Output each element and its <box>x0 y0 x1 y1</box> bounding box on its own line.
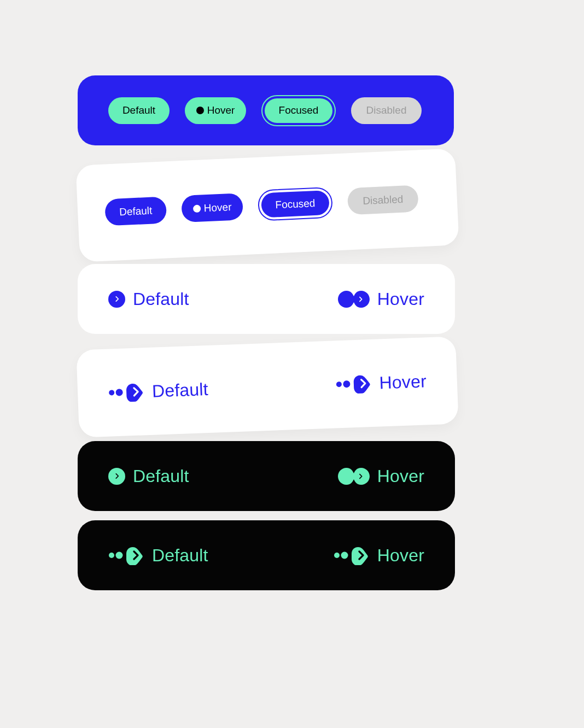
pill-row: Default Hover Focused Disabled <box>78 75 454 145</box>
blob-chevron-icon <box>338 468 370 485</box>
svg-point-3 <box>343 380 350 388</box>
default-link[interactable]: Default <box>108 289 189 309</box>
dots-arrow-icon <box>335 373 372 394</box>
panel-white-blue-arrow-links: Default Hover <box>78 264 455 334</box>
link-row: Default Hover <box>78 264 455 334</box>
hover-link[interactable]: Hover <box>338 289 424 309</box>
svg-point-7 <box>341 552 348 559</box>
focus-ring: Focused <box>258 187 333 221</box>
panel-white-blue-pills: Default Hover Focused Disabled <box>75 148 459 262</box>
link-label: Default <box>133 289 189 309</box>
default-link[interactable]: Default <box>108 545 208 566</box>
button-label: Default <box>119 204 153 218</box>
svg-point-5 <box>116 552 123 559</box>
link-label: Hover <box>377 545 424 566</box>
chevron-right-icon <box>108 291 125 308</box>
link-label: Hover <box>377 466 424 486</box>
default-button[interactable]: Default <box>108 97 170 124</box>
dots-arrow-icon <box>108 545 144 565</box>
svg-point-6 <box>334 553 340 558</box>
link-label: Default <box>133 466 189 486</box>
button-label: Hover <box>207 104 235 116</box>
hover-link[interactable]: Hover <box>334 545 424 566</box>
link-row: Default Hover <box>78 441 455 511</box>
panel-black-mint-arrow-links: Default Hover <box>78 441 455 511</box>
link-label: Hover <box>379 371 427 393</box>
svg-point-2 <box>336 381 342 387</box>
dot-icon <box>196 107 204 114</box>
link-row: Default Hover <box>78 520 455 590</box>
panel-white-blue-dots-links: Default Hover <box>76 336 458 437</box>
hover-link[interactable]: Hover <box>335 371 427 395</box>
link-label: Hover <box>377 289 424 309</box>
default-link[interactable]: Default <box>108 379 209 403</box>
link-label: Default <box>152 545 208 566</box>
hover-link[interactable]: Hover <box>338 466 424 486</box>
disabled-button: Disabled <box>347 185 419 215</box>
button-label: Hover <box>203 201 232 214</box>
blob-chevron-icon <box>338 291 370 308</box>
link-row: Default Hover <box>76 336 458 437</box>
button-label: Disabled <box>366 104 407 116</box>
focused-button[interactable]: Focused <box>261 190 330 218</box>
default-button[interactable]: Default <box>104 196 167 226</box>
focused-button[interactable]: Focused <box>265 98 332 123</box>
focus-ring: Focused <box>261 95 336 126</box>
button-label: Focused <box>275 197 316 211</box>
button-label: Focused <box>279 104 319 116</box>
svg-point-1 <box>115 389 122 396</box>
dots-arrow-icon <box>334 545 370 565</box>
pill-row: Default Hover Focused Disabled <box>75 148 459 262</box>
link-label: Default <box>151 379 208 401</box>
svg-point-4 <box>109 553 114 558</box>
default-link[interactable]: Default <box>108 466 189 486</box>
panel-black-mint-dots-links: Default Hover <box>78 520 455 590</box>
chevron-right-icon <box>108 468 125 485</box>
button-label: Default <box>122 104 155 116</box>
button-label: Disabled <box>363 193 404 207</box>
hover-button[interactable]: Hover <box>185 97 246 124</box>
dots-arrow-icon <box>108 381 145 402</box>
panel-blue-mint-pills: Default Hover Focused Disabled <box>78 75 454 145</box>
dot-icon <box>192 204 201 213</box>
svg-point-0 <box>109 390 114 395</box>
design-spec-stage: Default Hover Focused Disabled Default <box>0 0 584 728</box>
hover-button[interactable]: Hover <box>181 193 243 222</box>
disabled-button: Disabled <box>351 97 422 124</box>
